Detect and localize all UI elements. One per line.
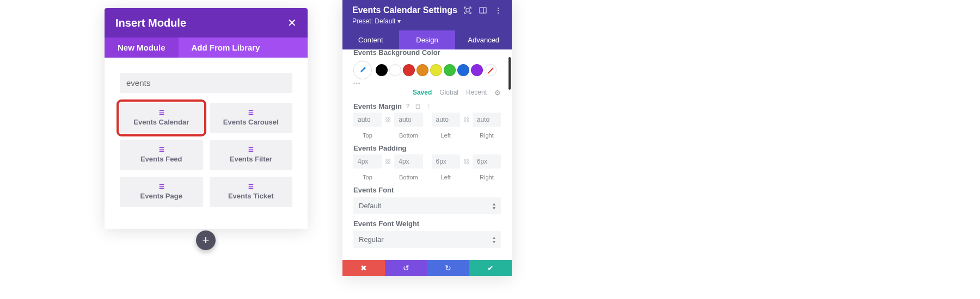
- swatch-none[interactable]: [485, 64, 497, 76]
- module-label: Events Carousel: [223, 118, 279, 126]
- color-tab-recent[interactable]: Recent: [466, 89, 487, 97]
- preset-value: Default: [375, 17, 395, 25]
- module-events-filter[interactable]: ☰ Events Filter: [210, 140, 293, 170]
- swatch-blue[interactable]: [457, 64, 469, 76]
- color-tabs: Saved Global Recent ⚙: [353, 89, 501, 97]
- settings-tabs: Content Design Advanced: [342, 30, 512, 49]
- module-icon: ☰: [248, 184, 253, 190]
- padding-label: Events Padding: [353, 144, 501, 152]
- margin-label: Events Margin ? ◻ ⋮: [353, 102, 501, 110]
- settings-header: Events Calendar Settings ⋮ Preset: Defau…: [342, 0, 512, 30]
- select-arrows-icon: ▴▾: [493, 235, 495, 244]
- cancel-button[interactable]: ✖: [342, 260, 385, 276]
- margin-bottom-label: Bottom: [399, 132, 418, 139]
- preset-label: Preset:: [352, 17, 373, 25]
- swatch-yellow[interactable]: [430, 64, 442, 76]
- module-search-input[interactable]: [120, 73, 292, 93]
- responsive-icon[interactable]: ◻: [415, 103, 420, 110]
- link-icon[interactable]: ⛓: [385, 158, 391, 165]
- confirm-button[interactable]: ✔: [469, 260, 512, 276]
- margin-bottom-input[interactable]: [394, 113, 422, 127]
- svg-rect-1: [480, 8, 486, 13]
- font-select[interactable]: Default: [353, 197, 501, 214]
- swatch-black[interactable]: [376, 64, 388, 76]
- settings-body: Events Background Color ••• Saved Global…: [342, 49, 512, 253]
- module-events-carousel[interactable]: ☰ Events Carousel: [210, 103, 293, 133]
- padding-bottom-label: Bottom: [399, 174, 418, 180]
- swatch-white[interactable]: [389, 64, 401, 76]
- margin-fields: ⛓ ⛓: [353, 113, 501, 127]
- margin-left-input[interactable]: [432, 113, 460, 127]
- settings-title: Events Calendar Settings: [352, 5, 457, 15]
- font-label: Events Font: [353, 186, 501, 194]
- font-weight-label: Events Font Weight: [353, 220, 501, 228]
- margin-top-input[interactable]: [353, 113, 382, 127]
- margin-right-label: Right: [480, 132, 494, 139]
- swatch-orange[interactable]: [416, 64, 428, 76]
- close-icon[interactable]: ✕: [287, 16, 297, 29]
- panel-icon[interactable]: [479, 7, 487, 14]
- swatch-red[interactable]: [403, 64, 415, 76]
- swatch-green[interactable]: [444, 64, 456, 76]
- help-icon[interactable]: ?: [406, 103, 410, 110]
- font-weight-select[interactable]: Regular: [353, 231, 501, 248]
- svg-rect-0: [466, 9, 469, 12]
- module-icon: ☰: [159, 184, 164, 190]
- padding-fields: ⛓ ⛓: [353, 154, 501, 169]
- padding-top-label: Top: [363, 174, 372, 180]
- padding-top-input[interactable]: [353, 154, 382, 169]
- more-icon[interactable]: ⋮: [426, 103, 432, 110]
- link-icon[interactable]: ⛓: [463, 158, 469, 165]
- margin-top-label: Top: [363, 132, 372, 139]
- undo-button[interactable]: ↺: [385, 260, 427, 276]
- module-events-feed[interactable]: ☰ Events Feed: [120, 140, 203, 170]
- padding-bottom-input[interactable]: [394, 154, 422, 169]
- scrollbar-thumb[interactable]: [509, 57, 511, 90]
- swatch-purple[interactable]: [471, 64, 483, 76]
- module-icon: ☰: [159, 147, 164, 153]
- add-button[interactable]: +: [196, 231, 216, 250]
- margin-left-label: Left: [440, 132, 450, 139]
- insert-module-panel: Insert Module ✕ New Module Add From Libr…: [105, 8, 308, 229]
- color-tab-global[interactable]: Global: [439, 89, 458, 97]
- color-tab-saved[interactable]: Saved: [413, 89, 432, 97]
- module-label: Events Feed: [140, 155, 182, 163]
- module-events-ticket[interactable]: ☰ Events Ticket: [210, 177, 293, 207]
- module-events-page[interactable]: ☰ Events Page: [120, 177, 203, 207]
- padding-left-label: Left: [440, 174, 450, 180]
- tab-design[interactable]: Design: [399, 30, 456, 49]
- redo-button[interactable]: ↻: [427, 260, 470, 276]
- insert-module-tabs: New Module Add From Library: [105, 38, 308, 58]
- module-label: Events Ticket: [228, 192, 274, 200]
- padding-right-input[interactable]: [473, 154, 501, 169]
- color-picker-button[interactable]: [353, 61, 372, 79]
- link-icon[interactable]: ⛓: [463, 116, 469, 123]
- insert-module-body: ☰ Events Calendar ☰ Events Carousel ☰ Ev…: [105, 58, 308, 229]
- select-arrows-icon: ▴▾: [493, 202, 495, 210]
- more-dots-icon[interactable]: •••: [353, 80, 501, 86]
- bg-color-label: Events Background Color: [353, 49, 501, 57]
- settings-actions: ✖ ↺ ↻ ✔: [342, 260, 512, 276]
- tab-advanced[interactable]: Advanced: [455, 30, 512, 49]
- module-label: Events Filter: [230, 155, 272, 163]
- settings-panel: Events Calendar Settings ⋮ Preset: Defau…: [342, 0, 512, 276]
- tab-content[interactable]: Content: [342, 30, 399, 49]
- bg-color-swatches: [353, 61, 501, 79]
- preset-selector[interactable]: Preset: Default ▾: [352, 17, 502, 25]
- insert-module-header: Insert Module ✕: [105, 8, 308, 38]
- more-icon[interactable]: ⋮: [494, 6, 502, 15]
- module-label: Events Page: [140, 192, 182, 200]
- gear-icon[interactable]: ⚙: [494, 89, 501, 97]
- margin-right-input[interactable]: [473, 113, 501, 127]
- insert-module-title: Insert Module: [115, 17, 186, 29]
- module-events-calendar[interactable]: ☰ Events Calendar: [120, 103, 203, 133]
- padding-right-label: Right: [480, 174, 494, 180]
- tab-new-module[interactable]: New Module: [105, 38, 179, 58]
- tab-add-from-library[interactable]: Add From Library: [179, 38, 273, 58]
- focus-icon[interactable]: [464, 7, 471, 14]
- module-grid: ☰ Events Calendar ☰ Events Carousel ☰ Ev…: [120, 103, 292, 207]
- link-icon[interactable]: ⛓: [385, 116, 391, 123]
- module-icon: ☰: [248, 110, 253, 116]
- padding-left-input[interactable]: [432, 154, 460, 169]
- module-label: Events Calendar: [133, 118, 189, 126]
